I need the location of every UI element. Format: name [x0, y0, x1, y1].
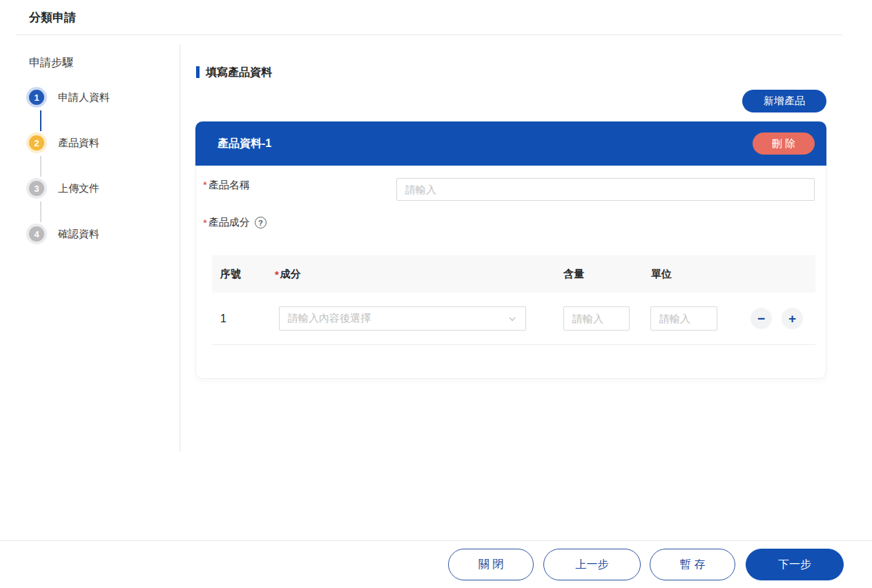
footer-divider [0, 540, 872, 541]
step-connector [40, 202, 41, 222]
next-step-button[interactable]: 下一步 [746, 549, 844, 580]
page-title: 分類申請 [29, 10, 76, 26]
product-name-label-text: 產品名稱 [209, 179, 250, 190]
product-card-header: 產品資料-1 刪 除 [195, 121, 826, 166]
add-row-button[interactable]: + [782, 308, 803, 329]
header-content: 含量 [563, 255, 584, 293]
table-row: 1 請輸入內容後選擇 − + [212, 293, 815, 345]
product-name-input[interactable] [396, 178, 815, 201]
remove-row-button[interactable]: − [750, 308, 772, 329]
row-index: 1 [220, 293, 226, 345]
top-divider [16, 35, 842, 35]
product-ingredients-label: *產品成分 ? [203, 216, 267, 229]
close-button[interactable]: 關 閉 [448, 549, 534, 580]
section-title-bar [196, 66, 200, 78]
unit-input[interactable] [650, 306, 717, 331]
step-connector [40, 156, 41, 177]
minus-icon: − [757, 312, 765, 325]
required-asterisk: * [203, 217, 207, 228]
previous-step-button[interactable]: 上一步 [543, 549, 641, 580]
step-product-info: 2 產品資料 [29, 135, 99, 150]
step-2-circle: 2 [29, 135, 44, 150]
delete-product-button[interactable]: 刪 除 [753, 133, 815, 155]
step-4-label: 確認資料 [58, 228, 99, 241]
product-ingredients-label-text: 產品成分 [209, 216, 250, 229]
required-asterisk: * [275, 268, 279, 280]
required-asterisk: * [203, 179, 207, 190]
step-2-label: 產品資料 [58, 137, 99, 150]
ingredient-select-placeholder: 請輸入內容後選擇 [288, 312, 507, 325]
content-input[interactable] [563, 306, 630, 331]
step-4-circle: 4 [29, 226, 44, 242]
header-ingredient: *成分 [275, 255, 301, 293]
product-card-title: 產品資料-1 [217, 137, 271, 151]
help-icon[interactable]: ? [255, 217, 267, 228]
step-confirm-info: 4 確認資料 [29, 226, 99, 242]
header-ingredient-text: 成分 [280, 268, 301, 281]
ingredient-select[interactable]: 請輸入內容後選擇 [279, 306, 526, 331]
ingredients-table-header: 序號 *成分 含量 單位 [212, 255, 815, 293]
header-index: 序號 [220, 255, 241, 293]
sidebar-main-divider [180, 44, 180, 452]
step-connector [40, 110, 41, 131]
step-applicant-info: 1 申請人資料 [29, 90, 110, 105]
steps-panel-title: 申請步驟 [29, 56, 73, 70]
ingredients-table: 序號 *成分 含量 單位 1 請輸入內容後選擇 − [212, 255, 815, 345]
step-3-label: 上傳文件 [58, 182, 99, 195]
step-1-label: 申請人資料 [58, 91, 110, 104]
product-name-label: *產品名稱 [203, 179, 250, 192]
step-1-circle: 1 [29, 90, 44, 105]
add-product-button[interactable]: 新增產品 [742, 90, 826, 112]
step-upload-documents: 3 上傳文件 [29, 181, 99, 196]
product-card-body: *產品名稱 *產品成分 ? 序號 *成分 含量 單位 1 請輸入內容後選擇 [195, 166, 826, 379]
section-title: 填寫產品資料 [206, 66, 272, 80]
step-3-circle: 3 [29, 181, 44, 196]
chevron-down-icon [507, 314, 517, 324]
header-unit: 單位 [651, 255, 672, 293]
plus-icon: + [788, 312, 796, 325]
save-draft-button[interactable]: 暫 存 [650, 549, 735, 580]
